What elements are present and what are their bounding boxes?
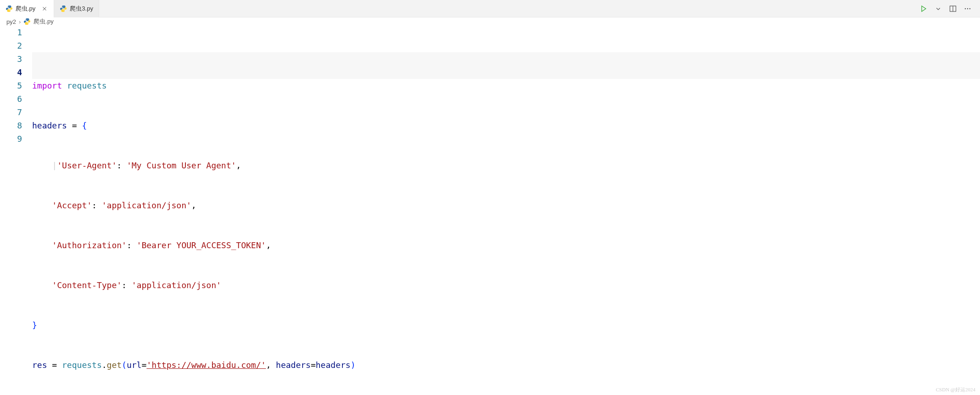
code-editor[interactable]: 1 2 3 4 5 6 7 8 9 import requests header…	[0, 26, 980, 395]
python-file-icon	[60, 5, 67, 12]
svg-point-3	[967, 8, 968, 9]
line-number-gutter: 1 2 3 4 5 6 7 8 9	[0, 26, 32, 395]
breadcrumb: py2 › 爬虫.py	[0, 17, 980, 26]
run-icon[interactable]	[919, 5, 928, 13]
tab-file-1[interactable]: 爬虫3.py	[54, 0, 99, 17]
chevron-right-icon: ›	[19, 18, 21, 25]
tab-label: 爬虫3.py	[70, 5, 93, 13]
breadcrumb-file[interactable]: 爬虫.py	[34, 17, 53, 26]
python-file-icon	[6, 5, 13, 12]
watermark: CSDN @好运2024	[936, 386, 975, 393]
breadcrumb-folder[interactable]: py2	[6, 18, 16, 25]
code-content[interactable]: import requests headers = { |'User-Agent…	[32, 26, 980, 395]
split-editor-icon[interactable]	[949, 5, 957, 13]
svg-point-2	[965, 8, 966, 9]
chevron-down-icon[interactable]	[934, 5, 942, 13]
more-icon[interactable]	[963, 5, 972, 13]
svg-point-4	[969, 8, 970, 9]
editor-tab-bar: 爬虫.py 爬虫3.py	[0, 0, 980, 17]
tab-label: 爬虫.py	[16, 5, 35, 13]
close-icon[interactable]	[41, 5, 48, 12]
tab-file-0[interactable]: 爬虫.py	[0, 0, 54, 17]
python-file-icon	[23, 18, 31, 25]
